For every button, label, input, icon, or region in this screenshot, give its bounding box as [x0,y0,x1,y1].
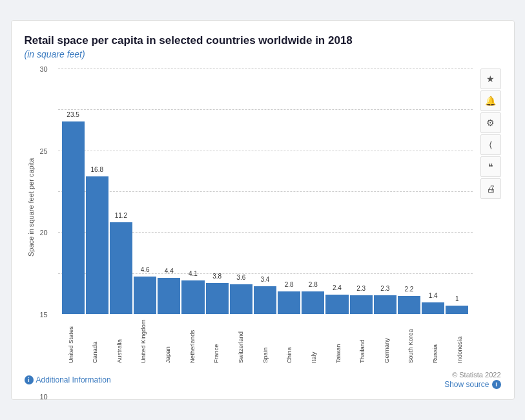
chart-subtitle: (in square feet) [25,49,501,59]
chart-title: Retail space per capita in selected coun… [25,34,501,48]
bar-value-label: 4.6 [141,266,150,273]
bar-value-label: 4.1 [189,270,198,277]
bar: 1.4 [422,302,444,314]
bar-value-label: 11.2 [115,212,127,219]
bar-value-label: 16.8 [91,166,103,173]
print-icon[interactable]: 🖨 [480,178,501,199]
share-icon[interactable]: ⟨ [480,134,501,155]
bar-group: 4.4 [158,68,180,314]
x-axis-label: Spain [254,314,277,366]
y-tick-label: 10 [40,393,48,401]
y-tick-label: 30 [40,65,48,73]
bar-value-label: 2.3 [380,285,389,292]
bar-value-label: 2.2 [405,286,414,293]
x-axis-label: France [205,314,228,366]
y-tick-label: 25 [40,147,48,155]
show-source-label: Show source [444,380,489,389]
footer: i Additional Information © Statista 2022… [25,371,501,389]
bar-value-label: 2.8 [285,281,294,288]
bar: 2.3 [350,295,373,314]
bar-value-label: 3.8 [212,273,221,280]
x-axis-label: China [278,314,301,366]
x-axis-label: Netherlands [181,314,204,366]
bar: 3.8 [206,283,229,314]
bar-value-label: 3.6 [236,274,245,281]
x-axis-label: Japan [156,314,180,366]
bar: 4.6 [134,277,156,314]
bar-group: 23.5 [62,68,85,314]
quote-icon[interactable]: ❝ [480,156,501,177]
bar: 16.8 [86,176,108,314]
bar-value-label: 2.3 [356,285,365,292]
bar-group: 4.1 [181,68,204,314]
source-info-icon: i [492,380,501,389]
bar-group: 16.8 [86,68,108,314]
bar: 3.4 [254,286,276,314]
x-axis-label: Thailand [351,314,374,366]
star-icon[interactable]: ★ [480,68,501,89]
bar-value-label: 1.4 [429,292,438,299]
bar-value-label: 3.4 [261,276,270,283]
gear-icon[interactable]: ⚙ [480,112,501,133]
bar-group: 2.8 [302,68,324,314]
bar: 2.3 [374,295,396,314]
bar-value-label: 4.4 [165,268,174,275]
bar-value-label: 1 [455,295,459,302]
bar-value-label: 23.5 [67,111,79,118]
x-axis-label: United States [59,314,83,366]
x-axis-label: South Korea [399,314,422,366]
additional-info-label: Additional Information [36,375,111,384]
bar: 4.1 [181,280,204,314]
bar: 4.4 [158,278,180,314]
bar: 23.5 [62,121,85,314]
y-axis-label: Space in square feet per capita [25,68,37,346]
bar-group: 2.2 [398,68,420,314]
bar: 2.4 [325,295,348,314]
bar-value-label: 2.4 [333,284,342,291]
x-axis-label: United Kingdom [132,314,155,366]
additional-info-link[interactable]: i Additional Information [25,375,111,384]
x-axis-label: Canada [83,314,107,366]
bar-group: 11.2 [110,68,132,314]
x-axis-label: Taiwan [327,314,350,366]
bar-group: 3.8 [206,68,229,314]
show-source-link[interactable]: Show source i [444,380,500,389]
chart-card: Retail space per capita in selected coun… [11,20,515,400]
right-footer: © Statista 2022 Show source i [444,371,500,389]
bar-group: 1.4 [422,68,444,314]
bar-group: 2.3 [374,68,396,314]
bar: 11.2 [110,222,132,314]
bar: 2.8 [302,291,324,314]
bar-group: 2.4 [325,68,348,314]
bar-value-label: 2.8 [309,281,318,288]
info-icon: i [25,375,34,384]
bar-group: 1 [446,68,468,314]
y-tick-label: 15 [40,311,48,319]
bars-container: 23.516.811.24.64.44.13.83.63.42.82.82.42… [58,68,473,314]
bar-group: 4.6 [134,68,156,314]
x-axis-label: Australia [108,314,131,366]
x-axis-label: Germany [375,314,398,366]
bar: 1 [446,306,468,314]
bar: 2.8 [278,291,300,314]
bar-group: 2.8 [278,68,300,314]
sidebar-icons: ★🔔⚙⟨❝🖨 [480,68,501,366]
x-axis-label: Indonesia [448,314,471,366]
x-axis-label: Switzerland [229,314,252,366]
bar-group: 3.6 [230,68,252,314]
x-axis-label: Russia [424,314,447,366]
statista-credit: © Statista 2022 [452,371,500,379]
bar: 2.2 [398,296,420,314]
bar-group: 2.3 [350,68,373,314]
y-tick-label: 20 [40,229,48,236]
x-axis-label: Italy [302,314,325,366]
bar-group: 3.4 [254,68,276,314]
bar: 3.6 [230,284,252,314]
bell-icon[interactable]: 🔔 [480,90,501,111]
